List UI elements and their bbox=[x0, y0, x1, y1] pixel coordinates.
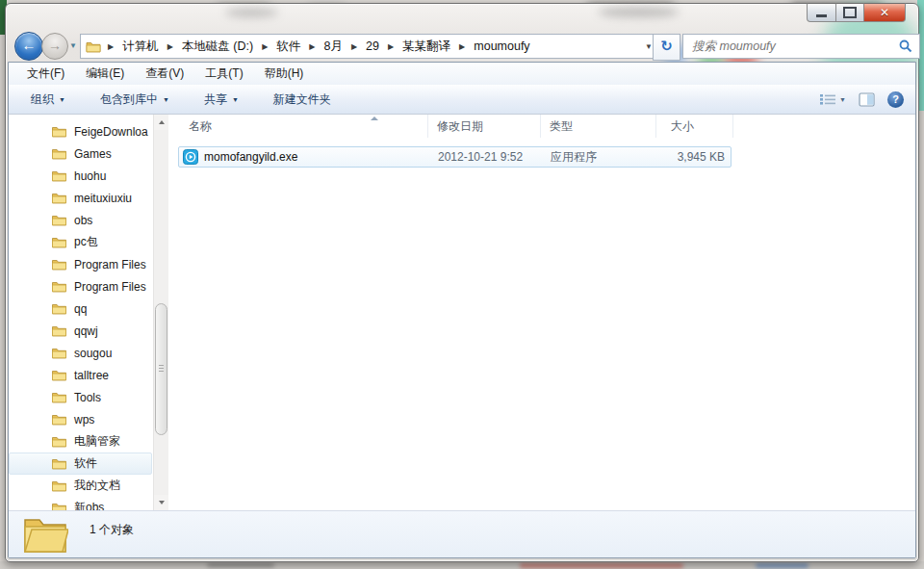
column-header-label: 名称 bbox=[189, 118, 212, 135]
sidebar-folder-item[interactable]: Program Files bbox=[9, 275, 153, 297]
column-header[interactable]: 大小 bbox=[656, 115, 733, 138]
file-row[interactable]: momofangyild.exe 2012-10-21 9:52 应用程序 3,… bbox=[178, 146, 732, 168]
forward-button[interactable]: → bbox=[41, 33, 68, 60]
breadcrumb-item[interactable]: 计算机 ▶ bbox=[122, 39, 182, 55]
menu-item[interactable]: 帮助(H) bbox=[254, 65, 315, 82]
sidebar-folder-label: pc包 bbox=[74, 234, 98, 250]
breadcrumb-item[interactable]: moumoufy ▶ bbox=[474, 39, 529, 53]
column-header-label: 大小 bbox=[671, 118, 694, 135]
crumb-separator-icon: ▶ bbox=[351, 42, 357, 51]
refresh-button[interactable]: ↻ bbox=[653, 34, 680, 61]
toolbar-button-label: 包含到库中 bbox=[100, 91, 158, 108]
toolbar-button[interactable]: 包含到库中 ▼ bbox=[90, 89, 180, 111]
breadcrumb-item[interactable]: 29 ▶ bbox=[366, 39, 402, 53]
sidebar-folder-item[interactable]: obs bbox=[9, 209, 153, 231]
scrollbar-thumb[interactable] bbox=[155, 303, 167, 435]
folder-icon bbox=[51, 347, 67, 359]
sidebar-folder-label: FeigeDownloa bbox=[74, 125, 148, 139]
folder-icon bbox=[51, 413, 67, 426]
breadcrumb-item[interactable]: 软件 ▶ bbox=[276, 39, 323, 55]
sidebar-folder-item[interactable]: Games bbox=[9, 142, 153, 165]
crumb-separator-icon: ▶ bbox=[262, 42, 268, 51]
breadcrumb-label: 8月 bbox=[323, 39, 342, 55]
column-header[interactable]: 修改日期 bbox=[428, 115, 541, 138]
sidebar-folder-item[interactable]: huohu bbox=[9, 165, 153, 187]
sidebar-folder-label: obs bbox=[74, 214, 92, 227]
preview-pane-button[interactable] bbox=[859, 92, 875, 107]
minimize-button[interactable] bbox=[807, 3, 836, 22]
recent-pages-dropdown[interactable]: ▼ bbox=[69, 41, 77, 50]
sidebar-folder-label: 我的文档 bbox=[74, 478, 120, 494]
sort-ascending-icon bbox=[371, 116, 378, 120]
folder-icon bbox=[51, 192, 67, 204]
maximize-button[interactable] bbox=[836, 3, 864, 22]
crumb-separator-icon: ▶ bbox=[108, 42, 114, 51]
sidebar-folder-item[interactable]: sougou bbox=[9, 342, 153, 364]
menu-item[interactable]: 工具(T) bbox=[194, 65, 253, 82]
window-content: 文件(F) 编辑(E) 查看(V) 工具(T) 帮助(H) 组织 bbox=[8, 62, 916, 558]
file-modified-cell: 2012-10-21 9:52 bbox=[429, 150, 542, 164]
sidebar-folder-label: Program Files bbox=[74, 280, 146, 294]
menu-item[interactable]: 编辑(E) bbox=[75, 65, 135, 82]
toolbar-button-label: 新建文件夹 bbox=[273, 91, 331, 108]
sidebar-folder-item[interactable]: 软件 bbox=[9, 453, 152, 475]
search-box[interactable] bbox=[682, 34, 920, 59]
breadcrumb-item[interactable]: 本地磁盘 (D:) ▶ bbox=[182, 39, 276, 55]
file-name: momofangyild.exe bbox=[204, 150, 297, 164]
help-button[interactable]: ? bbox=[887, 91, 904, 108]
breadcrumb-item[interactable]: 8月 ▶ bbox=[323, 39, 366, 55]
sidebar-folder-item[interactable]: Tools bbox=[9, 386, 153, 408]
sidebar-folder-label: Program Files bbox=[74, 258, 146, 272]
sidebar-folder-label: wps bbox=[74, 413, 94, 427]
forward-icon: → bbox=[48, 38, 62, 53]
sidebar-folder-item[interactable]: talltree bbox=[9, 364, 153, 386]
toolbar-buttons: 组织 ▼ 包含到库中 ▼ 共享 ▼ bbox=[20, 89, 342, 111]
close-button[interactable]: ✕ bbox=[864, 3, 906, 22]
sidebar-folder-label: talltree bbox=[74, 369, 109, 382]
scroll-down-button[interactable] bbox=[154, 495, 168, 510]
application-icon bbox=[183, 149, 198, 165]
sidebar-folder-label: Games bbox=[74, 147, 112, 161]
sidebar-folder-item[interactable]: pc包 bbox=[9, 231, 153, 253]
breadcrumb-item[interactable]: 某某翻译 ▶ bbox=[402, 39, 474, 55]
address-bar[interactable]: ▶ 计算机 ▶ 本地磁盘 (D:) ▶ bbox=[80, 34, 661, 59]
sidebar-folder-item[interactable]: qq bbox=[9, 297, 153, 320]
sidebar-folder-item[interactable]: 我的文档 bbox=[9, 475, 153, 497]
back-button[interactable]: ← bbox=[14, 32, 43, 61]
sidebar-folder-item[interactable]: FeigeDownloa bbox=[9, 120, 153, 142]
search-input[interactable] bbox=[690, 39, 899, 54]
sidebar-folder-label: Tools bbox=[74, 391, 101, 404]
breadcrumb-label: 软件 bbox=[276, 39, 300, 55]
column-header[interactable]: 类型 bbox=[541, 115, 656, 138]
crumb-separator-icon: ▶ bbox=[309, 42, 315, 51]
menu-item[interactable]: 文件(F) bbox=[16, 65, 75, 82]
views-button[interactable]: ▼ bbox=[819, 92, 846, 106]
sidebar-folder-item[interactable]: 电脑管家 bbox=[9, 430, 153, 453]
sidebar-folder-item[interactable]: meituxiuxiu bbox=[9, 187, 153, 209]
folder-icon bbox=[51, 258, 67, 271]
toolbar-right-icons: ▼ ? bbox=[819, 91, 904, 108]
sidebar-scrollbar[interactable] bbox=[153, 115, 168, 510]
toolbar-button[interactable]: 新建文件夹 ▼ bbox=[263, 89, 342, 111]
column-header[interactable]: 名称 bbox=[178, 115, 428, 138]
back-icon: ← bbox=[22, 37, 37, 53]
menu-item[interactable]: 查看(V) bbox=[135, 65, 194, 82]
search-icon[interactable] bbox=[899, 39, 912, 53]
menu-bar: 文件(F) 编辑(E) 查看(V) 工具(T) 帮助(H) bbox=[9, 63, 915, 85]
sidebar-folder-item[interactable]: Program Files bbox=[9, 253, 153, 275]
triangle-up-icon bbox=[159, 120, 165, 124]
sidebar-folder-item[interactable]: qqwj bbox=[9, 320, 153, 342]
toolbar-button[interactable]: 共享 ▼ bbox=[193, 89, 249, 111]
folder-icon bbox=[51, 280, 67, 293]
large-folder-icon bbox=[22, 514, 68, 553]
chevron-down-icon: ▼ bbox=[232, 96, 239, 103]
folder-tree: FeigeDownloa Games bbox=[9, 115, 153, 510]
scroll-up-button[interactable] bbox=[154, 115, 168, 130]
column-headers: 名称 修改日期 类型 大小 bbox=[168, 115, 915, 138]
file-list-pane: 名称 修改日期 类型 大小 bbox=[168, 115, 915, 510]
toolbar-button[interactable]: 组织 ▼ bbox=[20, 89, 76, 111]
sidebar-folder-item[interactable]: wps bbox=[9, 408, 153, 430]
help-icon: ? bbox=[892, 93, 899, 105]
sidebar-folder-item[interactable]: 新obs bbox=[9, 497, 153, 510]
glass-smudge bbox=[598, 7, 680, 17]
